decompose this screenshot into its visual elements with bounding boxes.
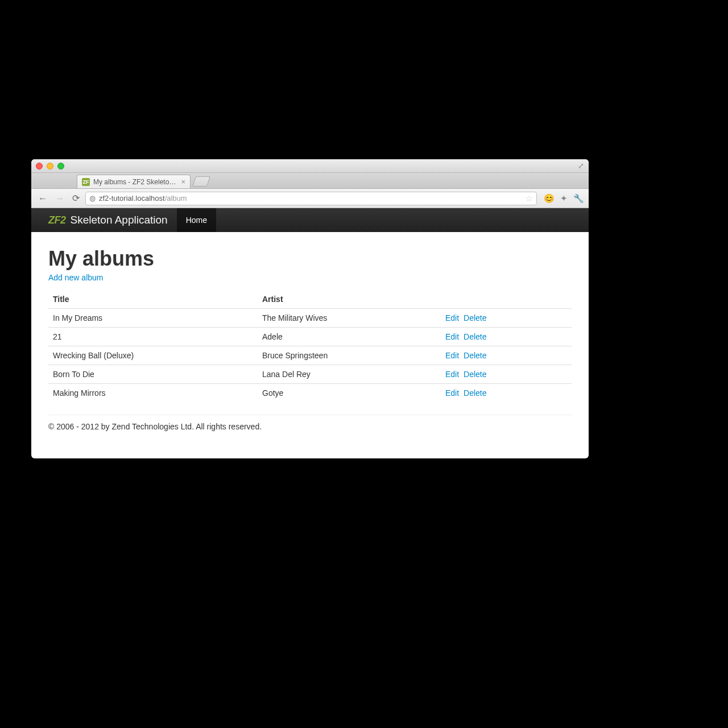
minimize-window-button[interactable] xyxy=(47,163,53,169)
window-controls xyxy=(36,163,64,169)
url-path: /album xyxy=(165,194,187,202)
table-row: In My Dreams The Military Wives Edit Del… xyxy=(48,309,572,328)
table-row: 21 Adele Edit Delete xyxy=(48,328,572,346)
cell-actions: Edit Delete xyxy=(441,346,572,365)
delete-link[interactable]: Delete xyxy=(464,388,486,398)
window-titlebar: ⤢ xyxy=(31,159,589,173)
cell-title: Born To Die xyxy=(48,365,258,384)
browser-toolbar: ← → ⟳ ◍ zf2-tutorial.localhost/album ☆ 😊… xyxy=(31,189,589,208)
page-content: My albums Add new album Title Artist In … xyxy=(31,232,589,458)
close-window-button[interactable] xyxy=(36,163,43,169)
footer-divider xyxy=(48,415,572,415)
cell-title: Making Mirrors xyxy=(48,384,258,403)
footer-text: © 2006 - 2012 by Zend Technologies Ltd. … xyxy=(48,422,572,445)
app-navbar: ZF2 Skeleton Application Home xyxy=(31,208,589,232)
col-header-actions xyxy=(441,290,572,309)
site-info-icon[interactable]: ◍ xyxy=(89,194,96,202)
table-row: Making Mirrors Gotye Edit Delete xyxy=(48,384,572,403)
cell-title: Wrecking Ball (Deluxe) xyxy=(48,346,258,365)
close-tab-icon[interactable]: × xyxy=(181,177,185,186)
table-header-row: Title Artist xyxy=(48,290,572,309)
edit-link[interactable]: Edit xyxy=(445,313,459,322)
zoom-window-button[interactable] xyxy=(57,163,64,169)
cell-actions: Edit Delete xyxy=(441,328,572,346)
new-tab-button[interactable] xyxy=(192,176,210,187)
reload-button[interactable]: ⟳ xyxy=(70,193,82,204)
bookmark-star-icon[interactable]: ☆ xyxy=(526,194,533,203)
cell-artist: Adele xyxy=(258,328,441,346)
delete-link[interactable]: Delete xyxy=(464,351,486,360)
browser-tabstrip: ZF My albums - ZF2 Skeleton A × xyxy=(31,173,589,189)
edit-link[interactable]: Edit xyxy=(445,388,459,398)
edit-link[interactable]: Edit xyxy=(445,370,459,379)
brand-logo-icon: ZF2 xyxy=(48,214,66,226)
cell-title: In My Dreams xyxy=(48,309,258,328)
albums-table: Title Artist In My Dreams The Military W… xyxy=(48,290,572,402)
address-bar[interactable]: ◍ zf2-tutorial.localhost/album ☆ xyxy=(85,192,537,205)
brand[interactable]: ZF2 Skeleton Application xyxy=(31,214,177,226)
tab-title: My albums - ZF2 Skeleton A xyxy=(93,178,177,186)
brand-text: Skeleton Application xyxy=(71,214,168,226)
url-host: zf2-tutorial.localhost xyxy=(99,194,165,202)
browser-window: ⤢ ZF My albums - ZF2 Skeleton A × ← → ⟳ … xyxy=(31,159,589,458)
toolbar-extensions: 😊 ✦ 🔧 xyxy=(540,193,584,204)
browser-tab-active[interactable]: ZF My albums - ZF2 Skeleton A × xyxy=(77,175,191,188)
cell-actions: Edit Delete xyxy=(441,384,572,403)
tab-favicon-icon: ZF xyxy=(82,178,90,186)
cell-actions: Edit Delete xyxy=(441,365,572,384)
nav-item-label: Home xyxy=(186,216,207,225)
forward-button: → xyxy=(53,193,67,204)
cell-artist: Lana Del Rey xyxy=(258,365,441,384)
table-row: Wrecking Ball (Deluxe) Bruce Springsteen… xyxy=(48,346,572,365)
url-text: zf2-tutorial.localhost/album xyxy=(99,194,522,202)
fullscreen-icon[interactable]: ⤢ xyxy=(578,162,584,170)
edit-link[interactable]: Edit xyxy=(445,351,459,360)
page-title: My albums xyxy=(48,247,572,271)
delete-link[interactable]: Delete xyxy=(464,332,486,341)
delete-link[interactable]: Delete xyxy=(464,370,486,379)
table-row: Born To Die Lana Del Rey Edit Delete xyxy=(48,365,572,384)
add-new-album-link[interactable]: Add new album xyxy=(48,273,104,282)
edit-link[interactable]: Edit xyxy=(445,332,459,341)
col-header-title: Title xyxy=(48,290,258,309)
nav-item-home[interactable]: Home xyxy=(177,208,216,232)
extension-icon[interactable]: ✦ xyxy=(560,193,568,204)
cell-title: 21 xyxy=(48,328,258,346)
cell-actions: Edit Delete xyxy=(441,309,572,328)
delete-link[interactable]: Delete xyxy=(464,313,486,322)
cell-artist: The Military Wives xyxy=(258,309,441,328)
extension-icon[interactable]: 😊 xyxy=(544,193,555,204)
cell-artist: Bruce Springsteen xyxy=(258,346,441,365)
cell-artist: Gotye xyxy=(258,384,441,403)
wrench-menu-icon[interactable]: 🔧 xyxy=(573,193,584,204)
col-header-artist: Artist xyxy=(258,290,441,309)
back-button[interactable]: ← xyxy=(36,193,49,204)
